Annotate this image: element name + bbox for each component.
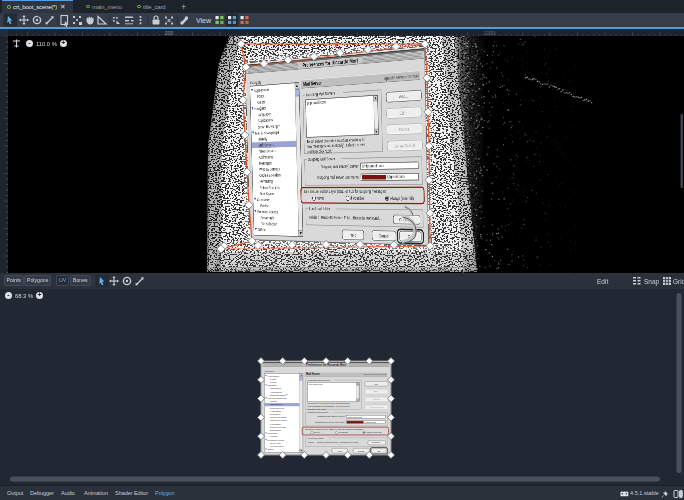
svg-text:Grid: Grid — [673, 278, 684, 285]
svg-text:Edit: Edit — [597, 278, 608, 285]
svg-text:Snap: Snap — [644, 278, 660, 286]
svg-text:1200: 1200 — [484, 29, 495, 35]
svg-text:200: 200 — [165, 29, 174, 35]
svg-text:View: View — [196, 17, 212, 24]
